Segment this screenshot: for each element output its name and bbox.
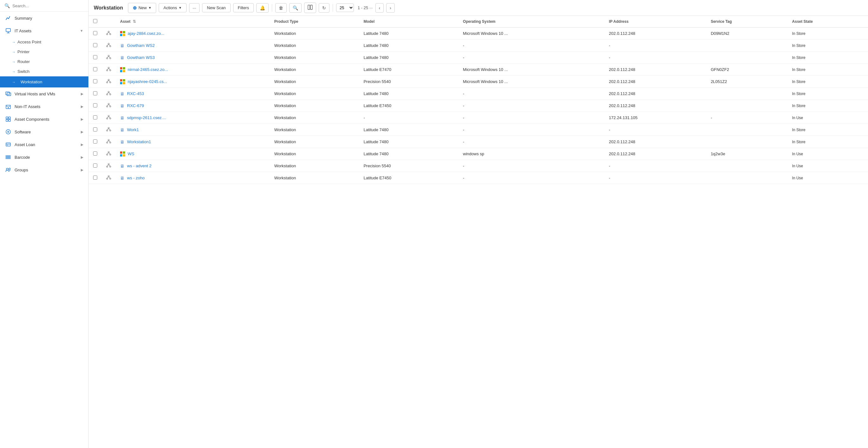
sidebar-item-groups[interactable]: Groups ▶ bbox=[0, 163, 88, 176]
row-checkbox[interactable] bbox=[93, 140, 97, 144]
row-checkbox-cell[interactable] bbox=[89, 52, 102, 64]
asset-link[interactable]: Gowtham WS3 bbox=[127, 55, 155, 60]
filters-button[interactable]: Filters bbox=[233, 3, 254, 12]
asset-link[interactable]: ws - zoho bbox=[127, 176, 145, 180]
th-model[interactable]: Model bbox=[359, 16, 459, 28]
asset-link[interactable]: WS bbox=[128, 151, 134, 156]
asset-name-cell[interactable]: 🖥Gowtham WS2 bbox=[116, 39, 270, 52]
row-checkbox[interactable] bbox=[93, 103, 97, 108]
select-all-cell[interactable] bbox=[89, 16, 102, 28]
th-product-type[interactable]: Product Type bbox=[270, 16, 359, 28]
row-checkbox[interactable] bbox=[93, 127, 97, 131]
row-checkbox[interactable] bbox=[93, 31, 97, 35]
status-badge: In Store bbox=[792, 43, 805, 48]
refresh-button[interactable]: ↻ bbox=[319, 3, 330, 13]
sidebar-item-summary[interactable]: Summary bbox=[0, 12, 88, 24]
row-checkbox[interactable] bbox=[93, 176, 97, 180]
th-asset-state[interactable]: Asset State bbox=[787, 16, 868, 28]
row-checkbox-cell[interactable] bbox=[89, 76, 102, 88]
new-scan-button[interactable]: New Scan bbox=[202, 3, 230, 12]
sidebar-item-virtual-hosts[interactable]: Virtual Hosts and VMs ▶ bbox=[0, 87, 88, 100]
svg-point-11 bbox=[6, 129, 10, 134]
sidebar-item-access-point[interactable]: → Access Point bbox=[0, 37, 88, 47]
row-checkbox[interactable] bbox=[93, 43, 97, 47]
asset-name-cell[interactable]: ajay-2884.csez.zo... bbox=[116, 28, 270, 39]
asset-link[interactable]: Work1 bbox=[127, 127, 139, 132]
prev-page-button[interactable]: ‹ bbox=[375, 3, 384, 13]
sidebar-item-barcode[interactable]: Barcode ▶ bbox=[0, 151, 88, 163]
asset-link[interactable]: njayashree-0245.cs... bbox=[128, 79, 167, 84]
columns-button[interactable] bbox=[304, 3, 316, 13]
actions-button[interactable]: Actions ▼ bbox=[159, 3, 187, 12]
notification-button[interactable]: 🔔 bbox=[256, 3, 269, 13]
row-checkbox-cell[interactable] bbox=[89, 88, 102, 100]
row-checkbox-cell[interactable] bbox=[89, 28, 102, 39]
asset-name-cell[interactable]: 🖥RXC-453 bbox=[116, 88, 270, 100]
row-checkbox-cell[interactable] bbox=[89, 172, 102, 184]
next-page-button[interactable]: › bbox=[386, 3, 395, 13]
row-checkbox-cell[interactable] bbox=[89, 160, 102, 172]
asset-name-cell[interactable]: 🖥sdpmsp-2611.csez.... bbox=[116, 112, 270, 124]
svg-rect-26 bbox=[308, 5, 310, 9]
sidebar-item-printer[interactable]: → Printer bbox=[0, 47, 88, 57]
asset-link[interactable]: ajay-2884.csez.zo... bbox=[128, 31, 164, 36]
asset-link[interactable]: Workstation1 bbox=[127, 140, 151, 144]
row-checkbox-cell[interactable] bbox=[89, 148, 102, 160]
th-operating-system[interactable]: Operating System bbox=[458, 16, 604, 28]
sidebar-item-router[interactable]: → Router bbox=[0, 57, 88, 66]
row-checkbox[interactable] bbox=[93, 55, 97, 59]
more-options-button[interactable]: ··· bbox=[189, 3, 200, 13]
th-service-tag[interactable]: Service Tag bbox=[707, 16, 788, 28]
th-ip-address[interactable]: IP Address bbox=[604, 16, 707, 28]
row-checkbox-cell[interactable] bbox=[89, 100, 102, 112]
row-checkbox[interactable] bbox=[93, 67, 97, 71]
table-row: 🖥Workstation1WorkstationLatitude 7480-20… bbox=[89, 136, 868, 148]
asset-name-cell[interactable]: 🖥ws - advent 2 bbox=[116, 160, 270, 172]
sidebar-item-software[interactable]: Software ▶ bbox=[0, 125, 88, 138]
asset-link[interactable]: RXC-679 bbox=[127, 103, 144, 108]
page-size-select[interactable]: 25 10 50 100 bbox=[336, 3, 354, 12]
sidebar-item-switch[interactable]: → Switch bbox=[0, 66, 88, 77]
sidebar-item-asset-components[interactable]: Asset Components ▶ bbox=[0, 113, 88, 125]
asset-link[interactable]: sdpmsp-2611.csez.... bbox=[127, 115, 166, 120]
row-checkbox[interactable] bbox=[93, 79, 97, 83]
service-tag-cell bbox=[707, 39, 788, 52]
delete-button[interactable]: 🗑 bbox=[275, 3, 287, 13]
actions-button-label: Actions bbox=[163, 5, 177, 10]
table-search-button[interactable]: 🔍 bbox=[289, 3, 302, 13]
row-checkbox-cell[interactable] bbox=[89, 124, 102, 136]
asset-link[interactable]: Gowtham WS2 bbox=[127, 43, 155, 48]
asset-name-cell[interactable]: 🖥Workstation1 bbox=[116, 136, 270, 148]
asset-name-cell[interactable]: njayashree-0245.cs... bbox=[116, 76, 270, 88]
asset-name-cell[interactable]: 🖥Gowtham WS3 bbox=[116, 52, 270, 64]
row-checkbox[interactable] bbox=[93, 115, 97, 119]
asset-link[interactable]: nirmal-2465.csez.zo... bbox=[128, 67, 168, 72]
asset-link[interactable]: ws - advent 2 bbox=[127, 163, 151, 168]
search-input[interactable] bbox=[12, 3, 84, 8]
sidebar-item-workstation[interactable]: → Workstation bbox=[0, 77, 88, 87]
row-checkbox-cell[interactable] bbox=[89, 64, 102, 76]
select-all-checkbox[interactable] bbox=[93, 19, 97, 23]
network-topology-icon bbox=[106, 176, 111, 181]
asset-link[interactable]: RXC-453 bbox=[127, 91, 144, 96]
sidebar-item-asset-loan[interactable]: Asset Loan ▶ bbox=[0, 138, 88, 151]
new-button[interactable]: ⊕ New ▼ bbox=[128, 3, 156, 13]
row-checkbox[interactable] bbox=[93, 91, 97, 95]
row-checkbox-cell[interactable] bbox=[89, 112, 102, 124]
sidebar-item-non-it-assets[interactable]: Non-IT Assets ▶ bbox=[0, 100, 88, 113]
sidebar-item-it-assets[interactable]: IT Assets ▼ bbox=[0, 24, 88, 37]
asset-name-cell[interactable]: WS bbox=[116, 148, 270, 160]
asset-name-cell[interactable]: 🖥ws - zoho bbox=[116, 172, 270, 184]
row-checkbox-cell[interactable] bbox=[89, 136, 102, 148]
asset-name-cell[interactable]: 🖥Work1 bbox=[116, 124, 270, 136]
row-checkbox[interactable] bbox=[93, 151, 97, 155]
row-checkbox[interactable] bbox=[93, 163, 97, 168]
svg-line-76 bbox=[107, 141, 108, 142]
model-cell: Latitude 7480 bbox=[359, 39, 459, 52]
asset-name-cell[interactable]: 🖥RXC-679 bbox=[116, 100, 270, 112]
asset-name-cell[interactable]: nirmal-2465.csez.zo... bbox=[116, 64, 270, 76]
row-checkbox-cell[interactable] bbox=[89, 39, 102, 52]
th-asset[interactable]: Asset ⇅ bbox=[116, 16, 270, 28]
ellipsis-icon: ··· bbox=[193, 5, 196, 10]
network-topology-icon bbox=[106, 67, 111, 72]
